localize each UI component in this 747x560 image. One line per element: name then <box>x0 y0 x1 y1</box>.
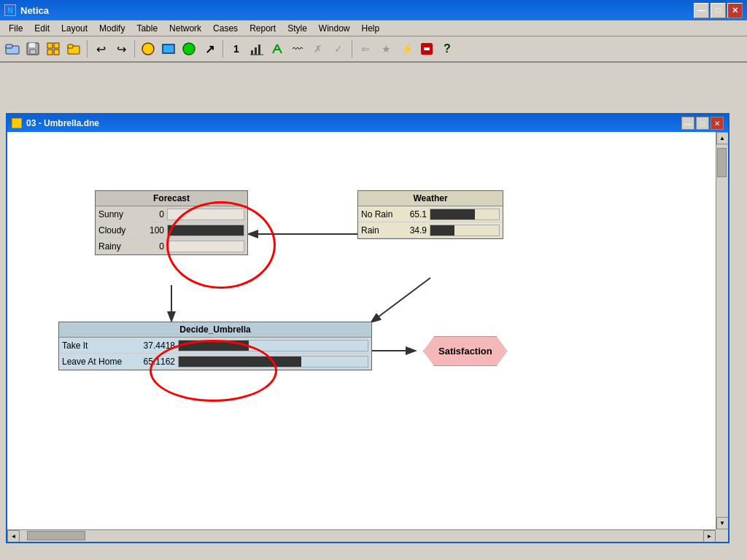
toolbar-separator-1 <box>87 40 88 58</box>
decide-bar-fill-leavehome <box>179 357 301 367</box>
undo-button[interactable]: ↩ <box>91 39 110 58</box>
inner-close-button[interactable]: ✕ <box>711 117 724 130</box>
weather-bar-rain <box>430 225 500 236</box>
forecast-value-sunny: 0 <box>142 209 164 219</box>
num1-button[interactable]: 1 <box>227 39 246 58</box>
title-bar: N Netica — □ ✕ <box>0 0 747 20</box>
menu-table[interactable]: Table <box>131 22 163 35</box>
menu-file[interactable]: File <box>3 22 28 35</box>
arrow-tool-button[interactable]: ↗ <box>200 39 219 58</box>
menu-layout[interactable]: Layout <box>55 22 93 35</box>
back-arrow-button[interactable]: ⇐ <box>356 39 375 58</box>
scroll-thumb-vertical[interactable] <box>717 148 727 177</box>
minimize-button[interactable]: — <box>694 3 709 18</box>
menu-window[interactable]: Window <box>313 22 356 35</box>
chart-button[interactable] <box>247 39 266 58</box>
menu-style[interactable]: Style <box>282 22 313 35</box>
inner-minimize-button[interactable]: — <box>681 117 694 130</box>
svg-point-14 <box>183 43 195 55</box>
wave-button[interactable]: 〰 <box>288 39 307 58</box>
decide-node[interactable]: Decide_Umbrella Take It 37.4418 Leave At… <box>58 322 372 370</box>
decide-bar-fill-takeit <box>179 341 249 351</box>
weather-row-norain: No Rain 65.1 <box>358 206 503 222</box>
inner-maximize-button[interactable]: □ <box>696 117 709 130</box>
forecast-node-header: Forecast <box>96 191 247 206</box>
scroll-thumb-horizontal[interactable] <box>27 531 85 540</box>
menu-network[interactable]: Network <box>163 22 207 35</box>
weather-node-header: Weather <box>358 191 503 206</box>
decide-label-leavehome: Leave At Home <box>62 357 128 367</box>
menu-cases[interactable]: Cases <box>207 22 244 35</box>
weather-bar-fill-norain <box>430 209 475 219</box>
scroll-track-horizontal <box>20 530 703 542</box>
forecast-row-cloudy: Cloudy 100 <box>96 222 247 238</box>
forecast-node[interactable]: Forecast Sunny 0 Cloudy 100 Rainy <box>95 190 248 255</box>
help-button[interactable]: ? <box>438 39 457 58</box>
forecast-bar-fill-cloudy <box>168 225 244 236</box>
circle-tool-button[interactable] <box>179 39 198 58</box>
weather-row-rain: Rain 34.9 <box>358 222 503 238</box>
weather-label-rain: Rain <box>361 225 405 236</box>
forecast-bar-sunny <box>167 209 244 220</box>
folder-button[interactable] <box>64 39 83 58</box>
scroll-right-button[interactable]: ► <box>703 530 716 542</box>
toolbar: ↩ ↪ ↗ 1 〰 ✗ ✓ ⇐ ★ ⚡ ? <box>0 36 747 63</box>
open-file-button[interactable] <box>3 39 22 58</box>
inner-title-buttons: — □ ✕ <box>681 117 724 130</box>
forecast-label-cloudy: Cloudy <box>98 225 142 236</box>
save-button[interactable] <box>23 39 42 58</box>
forecast-bar-rainy <box>167 241 244 252</box>
canvas-area: Forecast Sunny 0 Cloudy 100 Rainy <box>7 132 728 542</box>
forecast-row-sunny: Sunny 0 <box>96 206 247 222</box>
lightning-button[interactable]: ⚡ <box>397 39 416 58</box>
svg-rect-6 <box>47 43 53 48</box>
menu-help[interactable]: Help <box>356 22 386 35</box>
decide-node-header: Decide_Umbrella <box>59 322 371 338</box>
scroll-up-button[interactable]: ▲ <box>716 132 729 144</box>
toolbar-separator-4 <box>352 40 352 58</box>
forecast-value-rainy: 0 <box>142 241 164 252</box>
scroll-left-button[interactable]: ◄ <box>7 530 20 542</box>
decide-row-takeit: Take It 37.4418 <box>59 338 371 354</box>
weather-bar-norain <box>430 209 500 220</box>
title-bar-left: N Netica <box>4 4 49 16</box>
grid-icon-button[interactable] <box>44 39 63 58</box>
star-button[interactable]: ★ <box>376 39 395 58</box>
close-button[interactable]: ✕ <box>727 3 743 18</box>
menu-edit[interactable]: Edit <box>28 22 55 35</box>
scrollbar-right[interactable]: ▲ ▼ <box>716 132 728 529</box>
cross-button[interactable]: ✗ <box>309 39 328 58</box>
scroll-down-button[interactable]: ▼ <box>716 517 729 529</box>
menu-report[interactable]: Report <box>244 22 282 35</box>
toolbar-separator-3 <box>222 40 223 58</box>
svg-rect-2 <box>6 44 12 48</box>
svg-rect-9 <box>54 50 59 55</box>
svg-point-12 <box>142 43 154 55</box>
check-button[interactable]: ✓ <box>329 39 348 58</box>
svg-rect-8 <box>47 50 53 55</box>
compile-button[interactable] <box>268 39 287 58</box>
scrollbar-bottom[interactable]: ◄ ► <box>7 529 716 542</box>
decide-bar-takeit <box>178 340 368 351</box>
maximize-button[interactable]: □ <box>711 3 726 18</box>
satisfaction-node[interactable]: Satisfaction <box>423 336 508 366</box>
redo-button[interactable]: ↪ <box>112 39 131 58</box>
weather-node[interactable]: Weather No Rain 65.1 Rain 34.9 <box>357 190 503 239</box>
forecast-label-rainy: Rainy <box>98 241 142 252</box>
app-window: N Netica — □ ✕ File Edit Layout Modify T… <box>0 0 747 560</box>
stop-button[interactable] <box>417 39 436 58</box>
inner-window: 03 - Umbrella.dne — □ ✕ <box>6 113 729 543</box>
oval-tool-button[interactable] <box>139 39 158 58</box>
decide-bar-leavehome <box>178 356 368 368</box>
weather-bar-fill-rain <box>430 225 454 236</box>
svg-rect-23 <box>424 47 430 50</box>
rect-tool-button[interactable] <box>159 39 178 58</box>
scroll-track-vertical <box>716 144 728 517</box>
menu-modify[interactable]: Modify <box>93 22 131 35</box>
inner-window-title: 03 - Umbrella.dne <box>26 118 99 128</box>
app-title: Netica <box>20 5 49 16</box>
svg-rect-7 <box>54 43 59 48</box>
document-icon <box>12 118 22 128</box>
decide-value-takeit: 37.4418 <box>128 341 175 351</box>
menu-bar: File Edit Layout Modify Table Network Ca… <box>0 20 747 36</box>
